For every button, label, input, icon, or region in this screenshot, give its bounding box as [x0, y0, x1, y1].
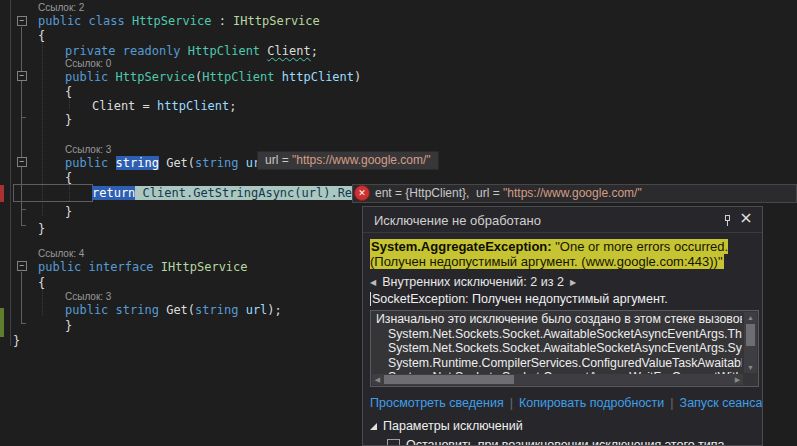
exception-action-link[interactable]: Просмотреть сведения — [370, 396, 504, 410]
vertical-scrollbar[interactable]: ▲ ▼ — [744, 312, 757, 373]
link-separator: | — [670, 396, 673, 410]
stack-trace-box[interactable]: Изначально это исключение было создано в… — [370, 310, 759, 387]
stack-frame: System.Net.Sockets.Socket.AwaitableSocke… — [376, 341, 742, 356]
expander-icon[interactable] — [370, 423, 377, 430]
vertical-scroll-thumb[interactable] — [746, 324, 755, 346]
break-on-exception-checkbox[interactable] — [387, 439, 400, 446]
code-line: Client = httpClient; — [92, 98, 237, 114]
popup-title: Исключение не обработано — [374, 213, 541, 228]
datatip-url-label: url = — [265, 153, 292, 167]
current-statement-line-border — [13, 184, 93, 202]
scroll-right-icon[interactable]: ▶ — [732, 374, 743, 385]
inner-exception-count: Внутренних исключений: 2 из 2 — [382, 275, 564, 289]
exception-settings-header[interactable]: Параметры исключений — [370, 419, 756, 433]
exception-helper-popup: Исключение не обработано × System.Aggreg… — [362, 206, 763, 446]
code-line: public string Get(string url) — [65, 155, 275, 171]
fold-line-interface — [21, 272, 22, 323]
code-line: public string Get(string url); — [65, 302, 282, 318]
stack-frame: System.Runtime.CompilerServices.Configur… — [376, 356, 742, 371]
code-line: { — [38, 275, 45, 291]
code-line: public interface IHttpService — [38, 259, 248, 275]
code-line: { — [65, 84, 72, 100]
code-line: } — [65, 112, 72, 128]
code-line: { — [65, 170, 72, 186]
fold-collapse-box-get[interactable]: − — [17, 157, 27, 167]
datatip-client-prefix: ent = {HttpClient}, — [375, 186, 476, 200]
current-line-edge-marker — [0, 185, 4, 202]
inner-exception-text: SocketException: Получен недопустимый ар… — [370, 292, 756, 306]
change-tracking-bar — [0, 308, 4, 337]
exception-action-links: Просмотреть сведения|Копировать подробно… — [370, 396, 756, 410]
code-line: { — [38, 28, 45, 44]
datatip-client-url-label: url = — [476, 186, 503, 200]
scroll-left-icon[interactable]: ◀ — [372, 374, 383, 385]
fold-foot-get — [21, 209, 26, 210]
link-separator: | — [510, 396, 513, 410]
fold-foot-interface — [21, 323, 26, 324]
code-line: } — [65, 318, 72, 334]
fold-collapse-box-class[interactable]: − — [17, 16, 27, 26]
code-line: private readonly HttpClient Client; — [65, 43, 318, 59]
nav-prev-icon[interactable]: ◀ — [370, 278, 376, 287]
code-line: } — [13, 333, 20, 349]
datatip-url[interactable]: url = "https://www.google.com/" — [257, 151, 439, 170]
datatip-client-url-value: "https://www.google.com/" — [503, 186, 642, 200]
horizontal-scroll-thumb[interactable] — [384, 375, 514, 384]
pin-icon[interactable] — [722, 214, 734, 227]
code-line: } — [38, 221, 45, 237]
stack-frame: System.Net.Sockets.Socket.AwaitableSocke… — [376, 327, 742, 342]
exception-settings-label: Параметры исключений — [383, 419, 523, 433]
close-icon[interactable]: × — [738, 209, 754, 227]
inner-exception-nav: ◀ Внутренних исключений: 2 из 2 ▶ — [370, 275, 756, 289]
code-line: public class HttpService : IHttpService — [38, 13, 320, 29]
fold-line-ctor — [21, 82, 22, 117]
fold-foot-ctor — [21, 117, 26, 118]
scroll-down-icon[interactable]: ▼ — [744, 362, 757, 373]
exception-type: System.AggregateException: — [371, 239, 552, 254]
editor-margin-separator — [10, 0, 11, 346]
horizontal-scrollbar[interactable]: ◀ ▶ — [372, 374, 743, 385]
code-line: return Client.GetStringAsync(url).Result… — [92, 185, 388, 201]
nav-next-icon[interactable]: ▶ — [570, 278, 576, 287]
exception-action-link[interactable]: Запуск сеанса Live Share. — [680, 396, 763, 410]
exception-message: System.AggregateException: "One or more … — [370, 240, 758, 269]
break-on-exception-row: Остановить при возникновении исключения … — [387, 438, 756, 446]
scroll-up-icon[interactable]: ▲ — [744, 312, 757, 323]
popup-title-bar: Исключение не обработано × — [363, 207, 762, 233]
exception-error-icon[interactable]: ✕ — [354, 185, 370, 201]
vs-editor-screenshot: { "colors": { "editor_bg": "#1E1E1E", "k… — [0, 0, 797, 446]
popup-body: System.AggregateException: "One or more … — [363, 233, 762, 446]
fold-collapse-box-interface[interactable]: − — [17, 261, 27, 271]
datatip-url-value: "https://www.google.com/" — [292, 153, 431, 167]
stack-intro: Изначально это исключение было создано в… — [376, 312, 742, 327]
exception-action-link[interactable]: Копировать подробности — [519, 396, 664, 410]
code-line: public HttpService(HttpClient httpClient… — [65, 69, 361, 85]
break-on-exception-label: Остановить при возникновении исключения … — [406, 438, 725, 446]
fold-foot-class — [21, 225, 26, 226]
code-line: } — [65, 204, 72, 220]
fold-collapse-box-ctor[interactable]: − — [17, 71, 27, 81]
datatip-client[interactable]: ent = {HttpClient}, url = "https://www.g… — [352, 184, 797, 203]
